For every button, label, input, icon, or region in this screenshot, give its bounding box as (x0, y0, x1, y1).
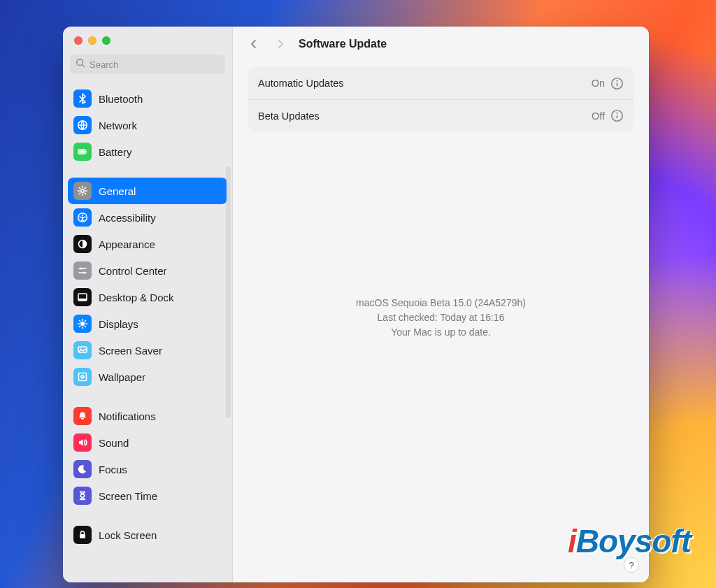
content-header: Software Update (233, 27, 649, 62)
dock-icon (73, 288, 92, 306)
svg-line-1 (83, 65, 85, 68)
svg-point-28 (616, 113, 617, 114)
sidebar-item-label: Wallpaper (99, 371, 145, 383)
sidebar-item-label: Battery (99, 146, 132, 158)
status-last-checked: Last checked: Today at 16:16 (378, 310, 505, 325)
svg-rect-15 (78, 299, 87, 301)
forward-button[interactable] (272, 36, 289, 52)
sidebar-item-sound[interactable]: Sound (68, 429, 227, 456)
search-input[interactable] (90, 59, 220, 70)
info-icon[interactable] (610, 77, 624, 90)
sidebar-item-label: Notifications (99, 410, 156, 422)
sidebar-scrollbar[interactable] (226, 166, 231, 418)
sidebar-item-desktop-dock[interactable]: Desktop & Dock (68, 284, 227, 310)
sidebar-item-label: Control Center (99, 265, 167, 277)
appearance-icon (73, 235, 92, 253)
sidebar-item-screen-saver[interactable]: Screen Saver (68, 337, 227, 364)
sliders-icon (73, 261, 92, 280)
close-window-button[interactable] (74, 36, 83, 45)
sun-icon (73, 315, 92, 333)
system-settings-window: BluetoothNetworkBatteryGeneralAccessibil… (63, 27, 649, 582)
setting-value: Off (592, 110, 605, 122)
sidebar-item-control-center[interactable]: Control Center (68, 257, 227, 284)
sidebar-item-label: Desktop & Dock (99, 292, 174, 303)
svg-point-8 (82, 215, 83, 216)
setting-value: On (592, 78, 605, 89)
sidebar-item-lock-screen[interactable]: Lock Screen (68, 522, 227, 548)
back-button[interactable] (245, 36, 262, 52)
content-pane: Software Update Automatic UpdatesOnBeta … (233, 27, 649, 582)
sidebar: BluetoothNetworkBatteryGeneralAccessibil… (63, 27, 233, 582)
status-version: macOS Sequoia Beta 15.0 (24A5279h) (356, 296, 526, 310)
minimize-window-button[interactable] (88, 36, 96, 45)
battery-icon (73, 143, 92, 161)
svg-rect-22 (80, 534, 85, 538)
sidebar-item-appearance[interactable]: Appearance (68, 231, 227, 257)
setting-row-beta-updates[interactable]: Beta UpdatesOff (248, 99, 633, 131)
setting-row-automatic-updates[interactable]: Automatic UpdatesOn (248, 67, 633, 99)
sidebar-item-network[interactable]: Network (68, 112, 227, 138)
accessibility-icon (73, 208, 92, 227)
screensaver-icon (73, 341, 92, 359)
page-title: Software Update (299, 38, 387, 50)
window-controls (63, 27, 232, 52)
sidebar-item-label: Network (99, 120, 137, 131)
wallpaper-icon (73, 368, 92, 386)
sidebar-item-label: Appearance (99, 238, 155, 250)
sidebar-list[interactable]: BluetoothNetworkBatteryGeneralAccessibil… (63, 81, 232, 554)
globe-icon (73, 116, 92, 134)
maximize-window-button[interactable] (102, 36, 110, 45)
svg-point-13 (83, 271, 85, 273)
sidebar-item-label: Screen Saver (99, 345, 162, 357)
setting-label: Beta Updates (258, 110, 320, 122)
sidebar-item-label: Displays (99, 318, 138, 330)
help-button[interactable]: ? (624, 557, 639, 573)
svg-rect-5 (79, 150, 85, 153)
sidebar-item-bluetooth[interactable]: Bluetooth (68, 85, 227, 112)
bell-icon (73, 407, 92, 425)
moon-icon (73, 460, 92, 478)
sidebar-item-accessibility[interactable]: Accessibility (68, 204, 227, 231)
sidebar-item-displays[interactable]: Displays (68, 310, 227, 337)
search-icon (76, 58, 85, 71)
sidebar-item-battery[interactable]: Battery (68, 138, 227, 165)
svg-point-6 (81, 189, 84, 192)
svg-point-0 (77, 59, 83, 66)
sidebar-item-focus[interactable]: Focus (68, 456, 227, 482)
sidebar-item-screen-time[interactable]: Screen Time (68, 482, 227, 509)
settings-list: Automatic UpdatesOnBeta UpdatesOff (248, 67, 633, 131)
sidebar-item-label: Bluetooth (99, 93, 143, 105)
sidebar-item-label: Accessibility (99, 212, 156, 224)
gear-icon (73, 182, 92, 200)
lock-icon (73, 526, 92, 544)
search-field[interactable] (70, 55, 225, 74)
svg-rect-4 (86, 151, 87, 153)
bluetooth-icon (73, 89, 92, 108)
update-status: macOS Sequoia Beta 15.0 (24A5279h) Last … (233, 137, 649, 582)
svg-point-12 (80, 267, 82, 269)
sidebar-item-general[interactable]: General (68, 178, 227, 204)
setting-label: Automatic Updates (258, 78, 344, 89)
sidebar-item-notifications[interactable]: Notifications (68, 403, 227, 429)
info-icon[interactable] (610, 109, 624, 122)
sidebar-item-label: General (99, 185, 136, 197)
status-up-to-date: Your Mac is up to date. (391, 325, 491, 340)
sidebar-item-label: Sound (99, 437, 129, 449)
sidebar-item-label: Focus (99, 464, 127, 475)
sidebar-item-label: Screen Time (99, 490, 157, 502)
hourglass-icon (73, 487, 92, 505)
speaker-icon (73, 433, 92, 452)
sidebar-item-label: Lock Screen (99, 529, 157, 541)
sidebar-item-wallpaper[interactable]: Wallpaper (68, 364, 227, 390)
svg-point-21 (82, 376, 83, 378)
svg-point-16 (80, 322, 85, 326)
svg-point-25 (616, 80, 617, 81)
